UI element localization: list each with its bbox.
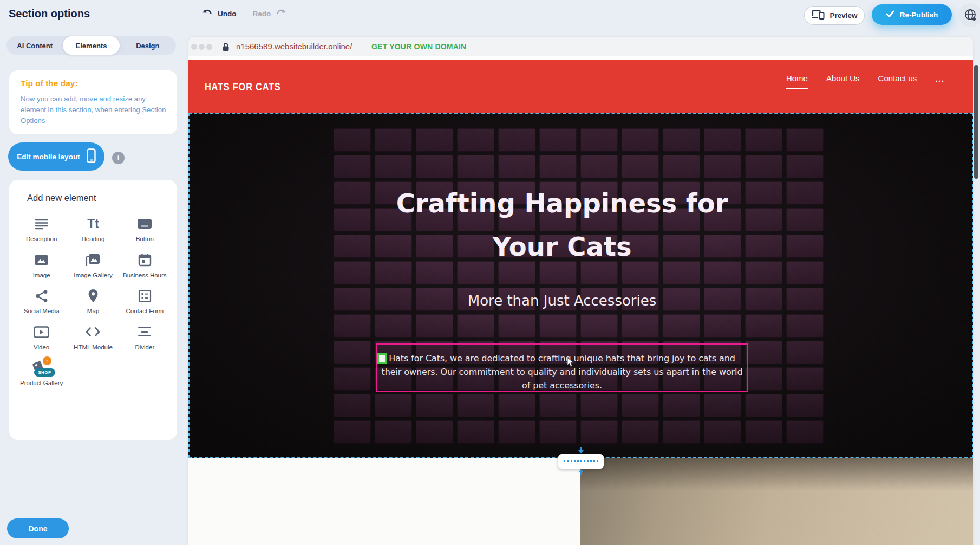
description-icon <box>18 215 66 232</box>
element-divider[interactable]: Divider <box>121 323 168 352</box>
element-grid: Description Tt Heading Button Image Imag… <box>16 215 171 388</box>
hero-tile <box>498 420 535 444</box>
hero-tile <box>334 314 371 338</box>
site-header: HATS FOR CATS Home About Us Contact us .… <box>188 60 973 113</box>
section-height-resize-handle[interactable] <box>558 454 604 469</box>
get-your-own-domain-link[interactable]: GET YOUR OWN DOMAIN <box>371 42 466 51</box>
element-description[interactable]: Description <box>18 215 66 244</box>
hero-tile <box>375 394 412 417</box>
contact-form-icon <box>121 287 168 304</box>
check-icon <box>886 10 894 19</box>
nav-item-contact-us[interactable]: Contact us <box>878 74 917 89</box>
undo-button[interactable]: Undo <box>202 9 237 18</box>
site-logo[interactable]: HATS FOR CATS <box>205 80 281 93</box>
hero-tile <box>375 420 412 444</box>
page-scrollbar-thumb[interactable] <box>974 65 978 179</box>
hero-tile <box>786 394 824 417</box>
add-new-element-title: Add new element <box>27 193 171 203</box>
hero-tile <box>334 341 371 364</box>
done-button[interactable]: Done <box>7 518 69 538</box>
hero-tile <box>416 394 453 417</box>
hero-tile <box>745 314 782 338</box>
redo-button[interactable]: Redo <box>253 9 287 18</box>
resize-handle-left[interactable] <box>377 353 387 364</box>
element-social-media[interactable]: Social Media <box>18 287 66 316</box>
element-contact-form[interactable]: Contact Form <box>121 287 168 316</box>
element-label: Image <box>18 271 66 280</box>
element-map[interactable]: Map <box>69 287 117 316</box>
nav-more-button[interactable]: ... <box>935 75 945 88</box>
republish-button[interactable]: Re-Publish <box>872 4 952 25</box>
tab-elements[interactable]: Elements <box>63 36 119 55</box>
tip-of-the-day-card: Tip of the day: Now you can add, move an… <box>9 70 177 134</box>
nav-item-about-us[interactable]: About Us <box>826 74 860 89</box>
edit-mobile-layout-button[interactable]: Edit mobile layout <box>8 142 104 171</box>
image-gallery-icon <box>69 251 117 269</box>
element-label: Description <box>18 235 66 244</box>
element-business-hours[interactable]: Business Hours <box>121 251 168 280</box>
element-label: HTML Module <box>69 343 117 352</box>
hero-tile <box>416 128 453 152</box>
hero-body-text: Hats for Cats, we are dedicated to craft… <box>377 352 747 392</box>
tab-design[interactable]: Design <box>120 36 176 55</box>
browser-chrome: n1566589.websitebuilder.online/ GET YOUR… <box>188 37 973 56</box>
hero-section-selected[interactable]: Crafting Happiness forYour Cats More tha… <box>188 113 973 458</box>
hero-tile <box>786 341 824 364</box>
resize-dash-line <box>564 460 598 462</box>
element-video[interactable]: Video <box>18 323 66 352</box>
element-product-gallery[interactable]: ↑ SHOP Product Gallery <box>18 359 66 388</box>
tip-body: Now you can add, move and resize any ele… <box>21 94 169 126</box>
language-globe-button[interactable] <box>958 3 980 27</box>
hero-tile <box>704 128 741 152</box>
hero-title[interactable]: Crafting Happiness forYour Cats <box>376 181 748 268</box>
element-label: Map <box>69 307 117 316</box>
nav-item-home[interactable]: Home <box>786 74 808 89</box>
selected-text-element[interactable]: Hats for Cats, we are dedicated to craft… <box>376 343 748 392</box>
hero-tile <box>334 288 371 311</box>
address-bar-url[interactable]: n1566589.websitebuilder.online/ <box>236 42 352 51</box>
next-section-white-area <box>188 458 580 545</box>
element-button[interactable]: Button <box>121 215 168 244</box>
heading-icon: Tt <box>69 215 117 232</box>
hero-tile <box>786 128 824 152</box>
info-icon[interactable]: i <box>112 152 125 164</box>
preview-label: Preview <box>829 11 857 20</box>
element-label: Contact Form <box>121 307 168 316</box>
hero-tile <box>745 261 782 284</box>
tip-title: Tip of the day: <box>21 79 166 88</box>
hero-tile <box>375 155 412 178</box>
window-dots-icon <box>191 44 212 50</box>
hero-tile <box>416 155 453 178</box>
video-icon <box>18 323 66 341</box>
hero-tile <box>457 155 494 178</box>
panel-tabs: AI Content Elements Design <box>6 36 176 55</box>
element-image-gallery[interactable]: Image Gallery <box>69 251 117 280</box>
element-image[interactable]: Image <box>18 251 66 280</box>
hero-tile <box>704 155 741 178</box>
preview-button[interactable]: Preview <box>804 6 865 25</box>
hero-tile <box>663 394 700 417</box>
hero-tile <box>416 314 453 338</box>
hero-tile <box>745 181 782 205</box>
globe-icon <box>964 8 977 23</box>
hero-tile <box>622 394 659 417</box>
hero-tile <box>375 314 412 338</box>
hero-tile <box>457 128 494 152</box>
hero-tile <box>786 288 824 311</box>
hero-subtitle[interactable]: More than Just Accessories <box>376 293 748 309</box>
hero-tile <box>786 367 824 391</box>
tab-ai-content[interactable]: AI Content <box>6 36 63 55</box>
element-heading[interactable]: Tt Heading <box>69 215 117 244</box>
hero-tile <box>663 128 700 152</box>
hero-tile <box>334 394 371 417</box>
hero-tile <box>786 261 824 284</box>
element-html-module[interactable]: HTML Module <box>69 323 117 352</box>
hero-tile <box>745 288 782 311</box>
hero-tile <box>663 155 700 178</box>
hero-tile <box>375 128 412 152</box>
hero-tile <box>334 128 371 152</box>
undo-redo-group: Undo Redo <box>202 9 286 18</box>
divider-icon <box>121 323 168 341</box>
hero-tile <box>786 155 824 178</box>
hero-tile <box>580 155 618 178</box>
